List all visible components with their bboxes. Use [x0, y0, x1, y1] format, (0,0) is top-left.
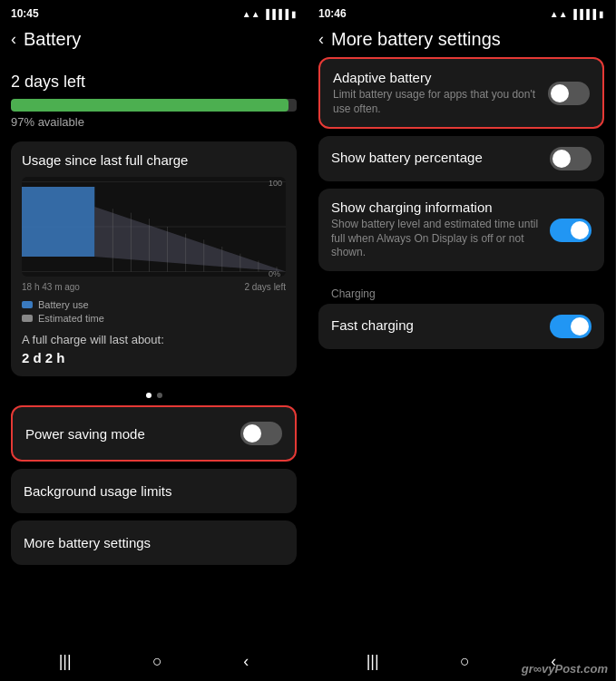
recents-button[interactable]: |||	[59, 652, 72, 671]
legend-estimated-label: Estimated time	[38, 313, 104, 324]
watermark: gr∞vyPost.com	[522, 662, 608, 676]
legend-battery-dot	[22, 301, 33, 308]
show-charging-info-item[interactable]: Show charging information Show battery l…	[318, 189, 604, 271]
power-saving-mode-item[interactable]: Power saving mode	[11, 405, 297, 462]
right-battery-icon: ▮	[599, 9, 604, 19]
fast-charging-text-block: Fast charging	[331, 317, 550, 336]
dot-1	[146, 393, 152, 398]
show-charging-info-toggle[interactable]	[550, 219, 592, 242]
signal-icon: ▐▐▐▐	[263, 9, 288, 19]
adaptive-battery-text-block: Adaptive battery Limit battery usage for…	[333, 70, 548, 116]
right-wifi-icon: ▲▲	[550, 9, 568, 19]
usage-card-title: Usage since last full charge	[22, 152, 286, 168]
battery-available-text: 97% available	[11, 115, 297, 129]
full-charge-label: A full charge will last about:	[22, 333, 286, 346]
right-page-title: More battery settings	[331, 29, 501, 50]
show-battery-pct-thumb	[552, 150, 571, 168]
show-charging-info-thumb	[571, 221, 589, 239]
left-content: 2 days left 97% available Usage since la…	[0, 57, 308, 641]
right-signal-icon: ▐▐▐▐	[571, 9, 596, 19]
right-back-button[interactable]: ‹	[318, 30, 324, 49]
page-dots-indicator	[11, 385, 297, 405]
right-phone-panel: 10:46 ▲▲ ▐▐▐▐ ▮ ‹ More battery settings …	[308, 0, 615, 681]
right-status-icons: ▲▲ ▐▐▐▐ ▮	[550, 9, 604, 19]
battery-days-value: 2 days left	[11, 64, 297, 93]
battery-chart: 100 0%	[22, 177, 286, 277]
dot-2	[157, 393, 162, 398]
adaptive-battery-title: Adaptive battery	[333, 70, 541, 85]
right-status-bar: 10:46 ▲▲ ▐▐▐▐ ▮	[308, 0, 615, 25]
back-button[interactable]: ‹	[243, 652, 249, 671]
left-back-button[interactable]: ‹	[11, 30, 16, 49]
left-status-bar: 10:45 ▲▲ ▐▐▐▐ ▮	[0, 0, 308, 25]
show-battery-pct-toggle[interactable]	[550, 147, 592, 170]
battery-bar-fill	[11, 99, 288, 112]
left-phone-panel: 10:45 ▲▲ ▐▐▐▐ ▮ ‹ Battery 2 days left 97…	[0, 0, 308, 681]
chart-legend: Battery use Estimated time	[22, 299, 286, 324]
left-bottom-nav: ||| ○ ‹	[0, 641, 308, 681]
show-battery-pct-title: Show battery percentage	[331, 150, 543, 165]
adaptive-battery-item[interactable]: Adaptive battery Limit battery usage for…	[318, 57, 604, 129]
left-status-icons: ▲▲ ▐▐▐▐ ▮	[242, 9, 297, 19]
fast-charging-item[interactable]: Fast charging	[318, 304, 604, 349]
right-time: 10:46	[318, 7, 347, 20]
chart-left-label: 18 h 43 m ago	[22, 282, 80, 292]
fast-charging-title: Fast charging	[331, 317, 543, 333]
adaptive-battery-toggle[interactable]	[548, 82, 590, 105]
battery-icon: ▮	[291, 9, 297, 19]
power-saving-toggle[interactable]	[240, 422, 282, 445]
svg-marker-4	[94, 207, 286, 272]
legend-battery-label: Battery use	[38, 299, 89, 310]
show-charging-info-subtitle: Show battery level and estimated time un…	[331, 218, 543, 260]
right-content: Adaptive battery Limit battery usage for…	[308, 57, 615, 641]
charging-section-label: Charging	[318, 278, 604, 304]
home-button[interactable]: ○	[152, 652, 162, 671]
more-battery-settings-item[interactable]: More battery settings	[11, 520, 297, 565]
usage-card: Usage since last full charge	[11, 141, 297, 376]
battery-days-section: 2 days left 97% available	[11, 57, 297, 141]
show-charging-info-text-block: Show charging information Show battery l…	[331, 199, 550, 260]
show-battery-pct-text-block: Show battery percentage	[331, 150, 550, 168]
adaptive-battery-thumb	[551, 84, 569, 102]
svg-marker-3	[22, 187, 94, 257]
power-saving-mode-label: Power saving mode	[25, 426, 145, 442]
chart-bottom-value: 0%	[269, 269, 282, 277]
toggle-thumb	[243, 424, 261, 443]
background-usage-item[interactable]: Background usage limits	[11, 469, 297, 513]
left-time: 10:45	[11, 7, 39, 20]
battery-bar-container	[11, 99, 297, 112]
battery-days-number: 2 days	[11, 73, 59, 91]
background-usage-label: Background usage limits	[24, 483, 171, 499]
chart-right-label: 2 days left	[244, 282, 286, 292]
chart-right-labels: 100 0%	[269, 179, 282, 277]
full-charge-value: 2 d 2 h	[22, 350, 286, 365]
legend-item-estimated: Estimated time	[22, 313, 286, 324]
left-header: ‹ Battery	[0, 25, 308, 57]
chart-top-value: 100	[269, 179, 282, 188]
adaptive-battery-subtitle: Limit battery usage for apps that you do…	[333, 88, 541, 116]
show-charging-info-title: Show charging information	[331, 199, 543, 215]
show-battery-percentage-item[interactable]: Show battery percentage	[318, 136, 604, 181]
right-header: ‹ More battery settings	[308, 25, 615, 57]
chart-labels: 18 h 43 m ago 2 days left	[22, 282, 286, 292]
left-page-title: Battery	[24, 29, 81, 50]
legend-estimated-dot	[22, 315, 33, 322]
right-home-button[interactable]: ○	[460, 652, 470, 671]
battery-days-suffix: left	[59, 73, 85, 91]
fast-charging-thumb	[571, 317, 589, 336]
more-battery-settings-label: More battery settings	[24, 535, 151, 550]
wifi-icon: ▲▲	[242, 9, 260, 19]
fast-charging-toggle[interactable]	[550, 315, 592, 338]
right-recents-button[interactable]: |||	[367, 652, 379, 671]
legend-item-battery: Battery use	[22, 299, 286, 310]
